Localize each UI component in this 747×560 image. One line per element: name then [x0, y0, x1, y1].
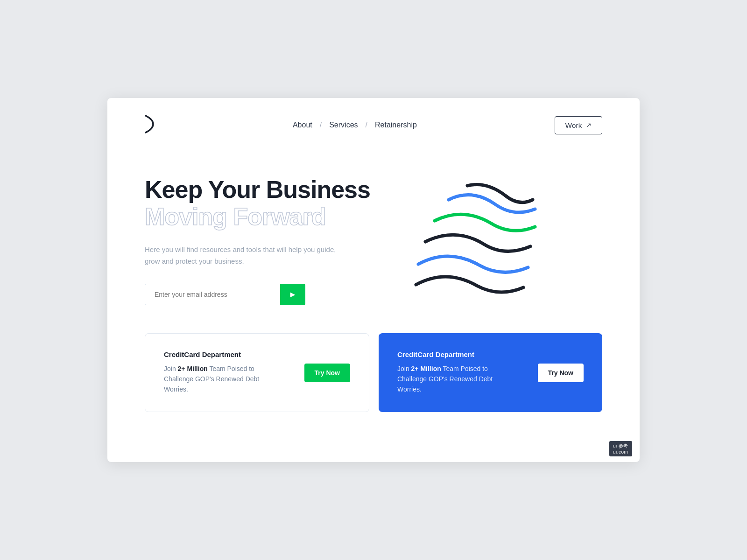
nav-about[interactable]: About — [290, 119, 315, 131]
card-white-title: CreditCard Department — [164, 350, 295, 358]
hero-description: Here you will find resources and tools t… — [145, 244, 336, 267]
hero-section: Keep Your Business Moving Forward Here y… — [107, 148, 640, 324]
send-icon: ► — [289, 290, 297, 300]
email-submit-button[interactable]: ► — [280, 284, 305, 305]
card-white-desc: Join 2+ Million Team Poised to Challenge… — [164, 364, 276, 394]
hero-left: Keep Your Business Moving Forward Here y… — [145, 167, 370, 305]
card-white: CreditCard Department Join 2+ Million Te… — [145, 333, 369, 412]
main-nav: About / Services / Retainership — [290, 119, 420, 131]
hero-title-outline: Moving Forward — [145, 203, 370, 231]
logo[interactable] — [145, 115, 155, 135]
card-blue-try-button[interactable]: Try Now — [538, 364, 584, 382]
cards-section: CreditCard Department Join 2+ Million Te… — [107, 324, 640, 440]
card-blue-title: CreditCard Department — [397, 350, 529, 358]
card-blue-content: CreditCard Department Join 2+ Million Te… — [397, 350, 529, 394]
hero-title-solid: Keep Your Business — [145, 176, 370, 203]
email-input[interactable] — [145, 284, 280, 305]
nav-retainership[interactable]: Retainership — [372, 119, 420, 131]
hero-illustration — [370, 167, 602, 302]
work-btn-label: Work — [565, 121, 582, 129]
card-blue-desc: Join 2+ Million Team Poised to Challenge… — [397, 364, 509, 394]
watermark: ui 参考ui.com — [609, 441, 632, 456]
nav-services[interactable]: Services — [326, 119, 360, 131]
header: About / Services / Retainership Work ↗ — [107, 98, 640, 148]
nav-sep-1: / — [319, 121, 323, 129]
card-white-content: CreditCard Department Join 2+ Million Te… — [164, 350, 295, 394]
arrow-up-right-icon: ↗ — [586, 121, 592, 129]
nav-sep-2: / — [365, 121, 368, 129]
work-button[interactable]: Work ↗ — [555, 116, 602, 134]
card-blue: CreditCard Department Join 2+ Million Te… — [379, 333, 602, 412]
card-white-try-button[interactable]: Try Now — [304, 364, 350, 382]
email-form: ► — [145, 284, 370, 305]
main-page: About / Services / Retainership Work ↗ K… — [107, 98, 640, 462]
wave-svg — [411, 172, 561, 302]
